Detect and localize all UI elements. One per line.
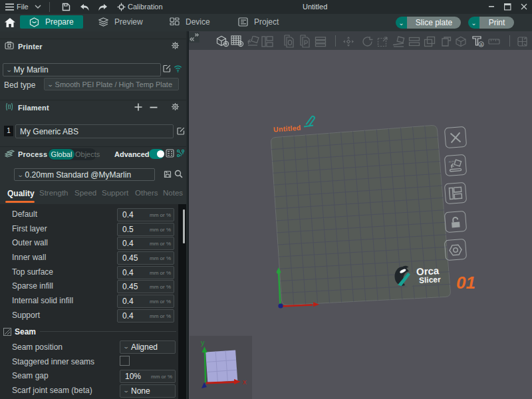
svg-text:x: x bbox=[243, 378, 247, 386]
svg-text:AUTO: AUTO bbox=[448, 160, 455, 164]
svg-text:y: y bbox=[201, 338, 205, 346]
